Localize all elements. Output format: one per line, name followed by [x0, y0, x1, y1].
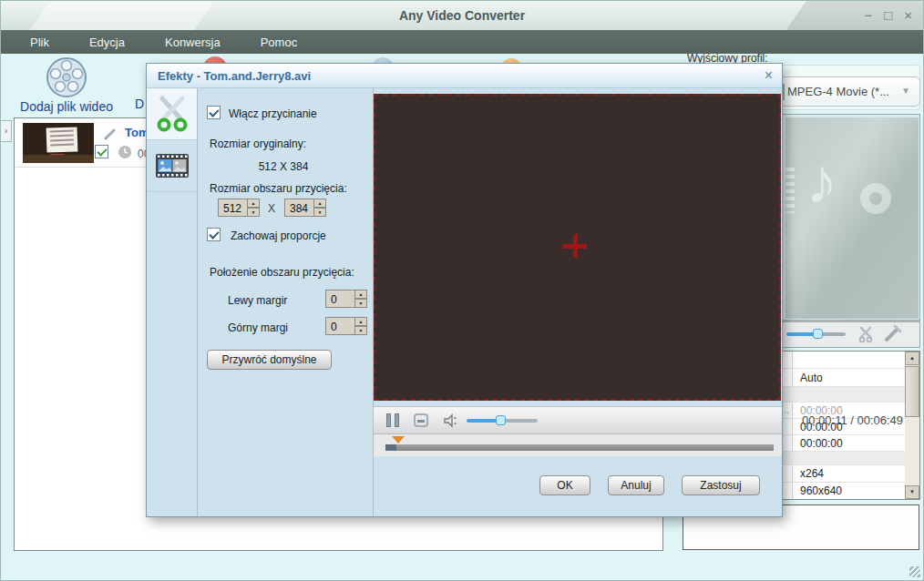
scissors-icon — [155, 95, 190, 133]
crop-height-spinner[interactable]: 384 ▲ ▼ — [284, 199, 326, 217]
playback-bar: 00:00:11 / 00:06:49 — [374, 406, 782, 434]
original-size-label: Rozmiar oryginalny: — [210, 138, 306, 150]
music-note-icon: ♪ — [806, 145, 837, 218]
panel-volume-handle[interactable] — [813, 329, 823, 339]
pause-button[interactable] — [386, 413, 399, 427]
dialog-title-bar[interactable]: Efekty - Tom.and.Jerry8.avi × — [147, 64, 782, 88]
left-margin-value[interactable]: 0 — [325, 290, 354, 308]
ok-button[interactable]: OK — [539, 475, 590, 495]
enable-crop-checkbox[interactable] — [207, 106, 221, 119]
menu-bar: Plik Edycja Konwersja Pomoc — [1, 30, 923, 54]
top-margin-spinner[interactable]: 0 ▲ ▼ — [325, 317, 367, 335]
keep-aspect-label: Zachowaj proporcje — [231, 229, 326, 242]
left-margin-spinner[interactable]: 0 ▲ ▼ — [325, 290, 367, 308]
enable-crop-label: Włącz przycinanie — [229, 107, 317, 120]
crop-tool-tab[interactable] — [147, 88, 197, 140]
spin-down-icon[interactable]: ▼ — [247, 208, 260, 217]
seek-progress — [385, 444, 396, 451]
top-margin-value[interactable]: 0 — [325, 317, 354, 335]
profile-icon-clipped — [783, 84, 785, 100]
spin-down-icon[interactable]: ▼ — [354, 326, 367, 335]
spin-up-icon[interactable]: ▲ — [247, 199, 260, 208]
seek-track[interactable] — [385, 444, 774, 451]
keep-aspect-checkbox[interactable] — [207, 228, 221, 241]
setting-value: 00:00:00 — [800, 437, 843, 450]
maximize-button[interactable]: □ — [884, 7, 892, 24]
tools-wrench-icon[interactable] — [881, 322, 903, 344]
spin-down-icon[interactable]: ▼ — [354, 299, 367, 308]
setting-value: x264 — [800, 467, 824, 480]
spin-down-icon[interactable]: ▼ — [313, 208, 326, 217]
spin-up-icon[interactable]: ▲ — [313, 199, 326, 208]
sidebar-divider — [197, 88, 198, 516]
top-margin-label: Górny margi — [228, 321, 288, 334]
effects-tool-tab[interactable] — [147, 140, 197, 192]
filmstrip-ghost-icon — [785, 168, 795, 213]
dimension-separator: X — [268, 202, 275, 215]
output-profile-value: MPEG-4 Movie (*... — [787, 85, 889, 98]
output-profile-dropdown[interactable]: MPEG-4 Movie (*... ▼ — [778, 76, 920, 107]
dialog-title: Efekty - Tom.and.Jerry8.avi — [158, 69, 311, 83]
rename-pencil-icon[interactable] — [103, 127, 118, 141]
scroll-thumb[interactable] — [905, 366, 919, 417]
clipped-toolbar-label[interactable]: D — [135, 97, 144, 111]
filmstrip-icon — [155, 153, 190, 178]
scroll-down-button[interactable]: ▼ — [905, 485, 919, 499]
menu-edycja[interactable]: Edycja — [89, 36, 125, 49]
restore-defaults-button[interactable]: Przywróć domyślne — [207, 350, 332, 370]
menu-plik[interactable]: Plik — [30, 36, 49, 49]
disc-icon — [860, 183, 891, 214]
add-video-label: Dodaj plik wideo — [20, 99, 113, 114]
spin-up-icon[interactable]: ▲ — [354, 317, 367, 326]
setting-value: Auto — [800, 372, 823, 384]
crop-width-spinner[interactable]: 512 ▲ ▼ — [218, 199, 260, 217]
crop-crosshair-icon[interactable] — [573, 234, 578, 258]
clock-icon — [118, 145, 132, 159]
volume-handle[interactable] — [496, 415, 506, 425]
minimize-button[interactable]: − — [864, 7, 872, 24]
output-preview-area: ♪ — [785, 117, 919, 319]
time-display: 00:00:11 / 00:06:49 — [802, 413, 924, 427]
apply-button[interactable]: Zastosuj — [682, 475, 760, 495]
crop-width-value[interactable]: 512 — [218, 199, 247, 217]
menu-pomoc[interactable]: Pomoc — [261, 36, 297, 49]
crop-region[interactable] — [374, 94, 781, 401]
cut-icon[interactable] — [857, 325, 876, 343]
close-button[interactable]: × — [904, 7, 912, 24]
volume-slider-rest[interactable] — [501, 419, 538, 423]
panel-expander[interactable]: › — [1, 120, 12, 142]
crop-position-label: Położenie obszaru przycięcia: — [210, 266, 354, 279]
seek-timeline[interactable] — [374, 434, 782, 456]
crop-height-value[interactable]: 384 — [284, 199, 313, 217]
volume-icon[interactable] — [443, 413, 459, 428]
video-thumbnail[interactable] — [23, 123, 94, 163]
resize-grip[interactable] — [909, 566, 920, 577]
file-checkbox[interactable] — [95, 145, 108, 158]
left-margin-label: Lewy margir — [228, 294, 287, 307]
window-title: Any Video Converter — [1, 8, 923, 23]
cancel-button[interactable]: Anuluj — [608, 475, 664, 495]
menu-konwersja[interactable]: Konwersja — [165, 36, 221, 49]
film-reel-icon — [45, 56, 88, 99]
crop-area-size-label: Rozmiar obszaru przycięcia: — [210, 182, 347, 195]
title-bar: Any Video Converter − □ × — [1, 1, 923, 30]
scroll-up-button[interactable]: ▲ — [905, 352, 919, 365]
setting-value: 960x640 — [800, 484, 842, 497]
chevron-down-icon: ▼ — [901, 86, 910, 96]
stop-button[interactable] — [414, 413, 428, 427]
original-size-value: 512 X 384 — [197, 160, 370, 173]
seek-marker-icon[interactable] — [392, 436, 405, 443]
dialog-close-button[interactable]: × — [765, 67, 773, 84]
add-video-button[interactable]: Dodaj plik wideo — [19, 56, 114, 114]
effects-dialog: Efekty - Tom.and.Jerry8.avi × — [146, 63, 783, 517]
app-window: Any Video Converter − □ × Plik Edycja Ko… — [0, 0, 924, 581]
spin-up-icon[interactable]: ▲ — [354, 290, 367, 299]
